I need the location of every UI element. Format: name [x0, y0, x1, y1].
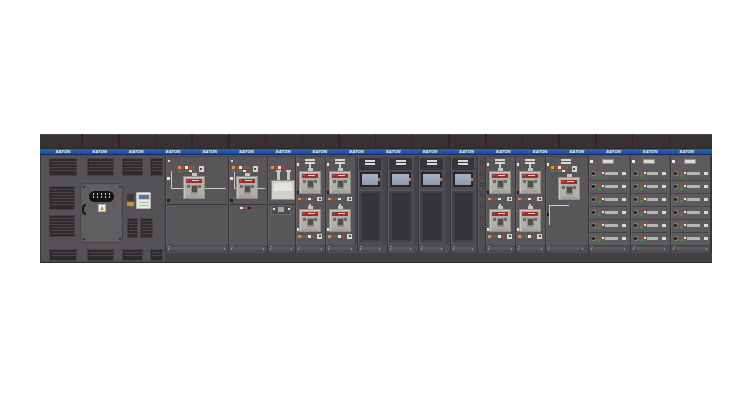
bay-divider-highlight [229, 156, 230, 245]
breaker-trip-window [338, 181, 343, 187]
mcc-stop-button [634, 172, 637, 175]
pilot-light [298, 198, 301, 201]
pilot-light [684, 237, 686, 239]
mcc-stop-button [674, 211, 677, 214]
louver-slat [89, 170, 113, 171]
breaker-latch [251, 185, 254, 188]
door-bolt [119, 186, 121, 188]
bucket-handle [687, 185, 701, 188]
pilot-light [248, 207, 251, 210]
breaker-status-led [523, 175, 525, 177]
breaker-trip-window [528, 219, 533, 225]
position-indicator [168, 160, 171, 163]
pilot-light [521, 198, 524, 201]
louver-slat [129, 227, 137, 228]
bucket-handle-tip [658, 224, 661, 227]
pilot-light [240, 207, 243, 210]
pilot-light [528, 235, 531, 238]
breaker-label-text-blur [308, 213, 315, 214]
compartment-seam [166, 204, 227, 205]
pilot-light [271, 166, 274, 169]
louver-slat [51, 252, 76, 253]
breaker-lower-strip [522, 228, 538, 230]
pilot-light [308, 235, 311, 238]
bucket-tag [704, 198, 708, 201]
base-dot [582, 248, 584, 250]
pilot-light [562, 166, 565, 169]
breaker-lower-strip [239, 195, 255, 197]
pilot-light [602, 198, 604, 200]
breaker-latch [573, 186, 576, 189]
pilot-light [243, 166, 246, 169]
pilot-light [312, 235, 315, 238]
mcc-row-seam [671, 206, 709, 207]
pilot-light [640, 200, 643, 203]
breaker-status-led [493, 213, 495, 215]
bucket-handle-tip [700, 224, 703, 227]
pilot-light [598, 197, 601, 200]
pilot-light [602, 172, 604, 174]
pilot-light [338, 198, 341, 201]
pilot-light [273, 208, 275, 210]
base-trim-strip [167, 247, 226, 250]
base-dot [441, 248, 443, 250]
louver-slat [124, 255, 142, 256]
bay-divider-highlight [296, 156, 297, 245]
connector-pin [101, 193, 103, 195]
pilot-light [684, 224, 686, 226]
pilot-light [305, 198, 308, 201]
pilot-light [275, 166, 278, 169]
bay-divider-highlight [451, 156, 452, 245]
pilot-light [305, 235, 308, 238]
louver-slat [51, 201, 74, 202]
pilot-light [495, 198, 498, 201]
lineup-left-edge [40, 155, 41, 262]
pilot-light [331, 198, 334, 201]
pilot-light [640, 187, 643, 190]
louver-slat [51, 170, 76, 171]
base-dot [379, 248, 381, 250]
pilot-light [528, 198, 531, 201]
pilot-light [640, 213, 643, 216]
louver-slat [51, 161, 76, 162]
pilot-light [640, 226, 643, 229]
pilot-light [680, 226, 683, 229]
pilot-light [328, 198, 331, 201]
power-meter-keys [139, 202, 149, 203]
pilot-light [288, 208, 290, 210]
pilot-light [680, 187, 683, 190]
pilot-light [640, 236, 643, 239]
pilot-light [602, 185, 604, 187]
louver-slat [51, 233, 74, 234]
document-pocket [561, 162, 571, 164]
pilot-light [684, 172, 686, 174]
mimic-bus-line [234, 171, 235, 188]
connector-pin [105, 193, 107, 195]
mcc-row-seam [589, 206, 627, 207]
roof-cap-separator [485, 134, 487, 149]
mcc-stop-button [592, 224, 595, 227]
base-dot [291, 248, 293, 250]
breaker-trip-window [192, 186, 197, 192]
mcc-stop-button [634, 237, 637, 240]
compartment-seam [229, 204, 266, 205]
aux-amber-block [127, 202, 134, 207]
breaker-trip-window [498, 181, 503, 187]
louver-slat [152, 252, 162, 253]
bucket-tag [662, 211, 666, 214]
base-trim-strip [327, 247, 353, 250]
breaker-latch [198, 185, 201, 188]
breaker-lower-strip [492, 228, 508, 230]
hmi-power-led [440, 178, 443, 181]
bucket-tag [622, 224, 626, 227]
mcc-row-seam [589, 193, 627, 194]
louver-slat [124, 161, 142, 162]
pilot-light [182, 166, 185, 169]
louver-slat [152, 164, 162, 165]
bucket-tag [704, 172, 708, 175]
breaker-lower-strip [492, 190, 508, 192]
breaker-latch [504, 218, 507, 221]
pilot-light [680, 236, 683, 239]
pilot-light [598, 184, 601, 187]
mcc-stop-button [592, 185, 595, 188]
